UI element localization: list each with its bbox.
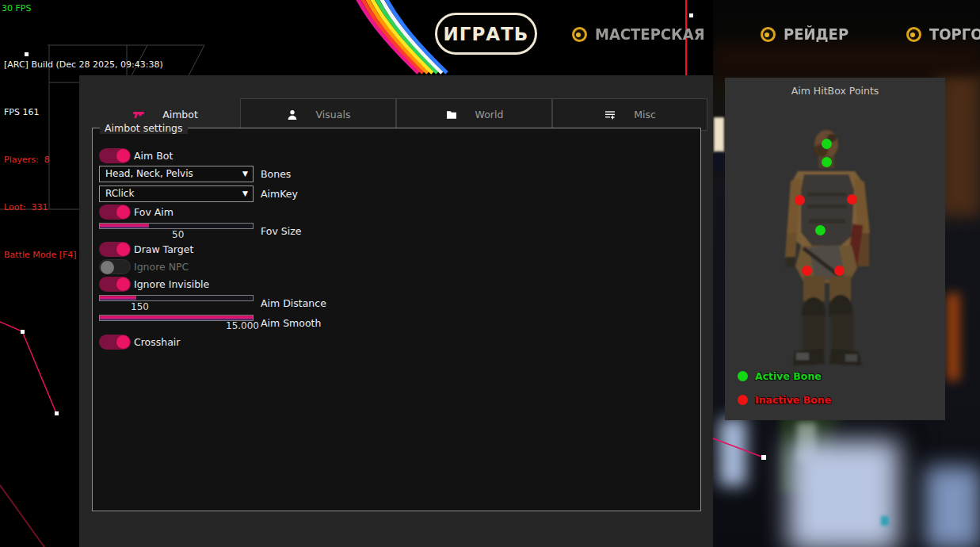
fov-size-slider[interactable] xyxy=(99,223,254,229)
fov-size-label: Fov Size xyxy=(261,224,301,239)
ignore-invisible-label: Ignore Invisible xyxy=(134,277,209,292)
hud-build: [ARC] Build (Dec 28 2025, 09:43:38) xyxy=(4,57,163,73)
aim-smooth-label: Aim Smooth xyxy=(261,316,321,331)
chevron-down-icon: ▼ xyxy=(242,166,248,182)
crosshair-toggle[interactable] xyxy=(99,335,131,350)
hitbox-point-pelvis xyxy=(815,225,826,235)
menu-item-trade[interactable]: ТОРГО xyxy=(906,21,980,47)
ignore-invisible-toggle[interactable] xyxy=(99,277,131,292)
game-screen: { "hud": { "fps_counter": "30 FPS", "bui… xyxy=(0,0,980,547)
coin-icon xyxy=(761,27,776,42)
gun-icon xyxy=(132,109,145,121)
aim-smooth-value: 15.000 xyxy=(226,321,259,331)
tab-visuals[interactable]: Visuals xyxy=(240,98,396,131)
hitbox-panel: Aim HitBox Points xyxy=(725,78,945,420)
hitbox-point-left-upper-arm xyxy=(795,195,805,205)
fov-size-value: 50 xyxy=(172,230,184,240)
crosshair-label: Crosshair xyxy=(134,335,180,350)
playlist-add-icon xyxy=(604,109,616,121)
person-icon xyxy=(286,109,299,121)
hitbox-point-right-upper-arm xyxy=(847,194,857,205)
chevron-down-icon: ▼ xyxy=(242,186,248,201)
fov-aim-label: Fov Aim xyxy=(134,205,174,220)
bones-label: Bones xyxy=(261,166,291,182)
cheat-window: Aimbot Visuals World Misc Aimbot setting… xyxy=(79,75,713,547)
draw-target-label: Draw Target xyxy=(134,242,193,257)
coin-icon xyxy=(572,27,587,42)
aim-bot-toggle[interactable] xyxy=(99,148,131,163)
hitbox-point-neck xyxy=(822,157,832,167)
aim-distance-value: 150 xyxy=(131,302,149,312)
menu-item-raider[interactable]: РЕЙДЕР xyxy=(761,21,856,47)
legend-inactive-bone: Inactive Bone xyxy=(738,394,831,406)
aim-distance-label: Aim Distance xyxy=(261,296,326,311)
play-button[interactable]: ИГРАТЬ xyxy=(435,13,537,55)
aim-distance-slider[interactable] xyxy=(99,295,254,301)
aimbot-settings-group: Aimbot settings Aim Bot Head, Neck, Pelv… xyxy=(92,128,701,511)
group-title: Aimbot settings xyxy=(100,122,188,134)
hitbox-point-left-thigh xyxy=(802,266,812,276)
aim-bot-label: Aim Bot xyxy=(134,148,173,163)
tab-misc[interactable]: Misc xyxy=(552,98,707,131)
aimkey-dropdown[interactable]: RClick ▼ xyxy=(99,186,254,202)
hud-fps-counter: 30 FPS xyxy=(2,1,31,17)
fov-aim-toggle[interactable] xyxy=(99,205,131,220)
hitbox-point-head xyxy=(822,139,832,149)
play-button-label: ИГРАТЬ xyxy=(444,24,529,44)
bones-dropdown[interactable]: Head, Neck, Pelvis ▼ xyxy=(99,166,254,182)
aimkey-label: AimKey xyxy=(261,186,298,201)
inactive-bone-dot xyxy=(738,395,748,405)
draw-target-toggle[interactable] xyxy=(99,242,131,257)
player-model xyxy=(725,78,945,420)
tab-world[interactable]: World xyxy=(396,98,552,131)
ignore-npc-toggle[interactable] xyxy=(99,259,131,274)
legend-active-bone: Active Bone xyxy=(738,370,822,382)
hitbox-point-right-thigh xyxy=(834,266,845,276)
folder-icon xyxy=(445,109,458,121)
rainbow-streak xyxy=(357,0,447,73)
menu-item-workshop[interactable]: МАСТЕРСКАЯ xyxy=(572,21,717,47)
active-bone-dot xyxy=(738,371,748,381)
coin-icon xyxy=(906,27,921,42)
ignore-npc-label: Ignore NPC xyxy=(134,259,189,274)
